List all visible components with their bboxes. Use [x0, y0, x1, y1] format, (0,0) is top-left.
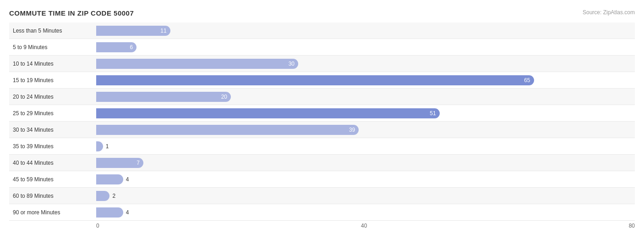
- bar-fill: [96, 141, 103, 151]
- bar-fill: 7: [96, 158, 143, 168]
- bar-fill: [96, 207, 123, 218]
- bar-track: 39: [96, 122, 635, 138]
- bar-value: 51: [430, 110, 436, 117]
- chart-container: COMMUTE TIME IN ZIP CODE 50007 Source: Z…: [0, 0, 644, 240]
- bar-value: 20: [221, 94, 227, 100]
- bar-track: 4: [96, 171, 635, 187]
- bar-track: 1: [96, 138, 635, 154]
- bar-value: 65: [524, 77, 530, 84]
- bar-label: 15 to 19 Minutes: [9, 77, 96, 84]
- bar-fill: [96, 191, 109, 201]
- bar-value: 7: [136, 160, 140, 166]
- bar-track: 11: [96, 22, 635, 39]
- bar-track: 2: [96, 188, 635, 204]
- bar-label: 35 to 39 Minutes: [9, 143, 96, 150]
- bar-label: 90 or more Minutes: [9, 209, 96, 216]
- bar-value: 30: [289, 61, 295, 67]
- bar-fill: 39: [96, 125, 359, 135]
- bar-value: 4: [126, 209, 129, 216]
- bar-row: 60 to 89 Minutes2: [9, 188, 635, 204]
- bar-label: Less than 5 Minutes: [9, 28, 96, 34]
- bar-track: 4: [96, 204, 635, 220]
- x-axis-label: 0: [96, 223, 99, 229]
- x-axis-label: 80: [629, 223, 635, 229]
- bar-label: 30 to 34 Minutes: [9, 127, 96, 133]
- bar-row: 90 or more Minutes4: [9, 204, 635, 221]
- bar-value: 4: [126, 176, 129, 183]
- bar-value: 2: [112, 193, 115, 199]
- x-axis-labels: 04080: [96, 223, 635, 229]
- bar-fill: [96, 174, 123, 184]
- bar-row: 40 to 44 Minutes7: [9, 155, 635, 171]
- bars-area: Less than 5 Minutes115 to 9 Minutes610 t…: [9, 22, 635, 217]
- bar-row: 35 to 39 Minutes1: [9, 138, 635, 155]
- bar-row: 20 to 24 Minutes20: [9, 89, 635, 105]
- bar-value: 39: [349, 127, 355, 133]
- bar-fill: 6: [96, 42, 136, 52]
- bar-label: 5 to 9 Minutes: [9, 44, 96, 50]
- bar-label: 20 to 24 Minutes: [9, 94, 96, 100]
- x-axis-label: 40: [361, 223, 367, 229]
- bar-row: 10 to 14 Minutes30: [9, 56, 635, 72]
- x-axis: 04080: [96, 223, 635, 229]
- chart-title: COMMUTE TIME IN ZIP CODE 50007: [9, 9, 635, 17]
- bar-row: 45 to 59 Minutes4: [9, 171, 635, 188]
- bar-fill: 20: [96, 92, 231, 102]
- bar-label: 10 to 14 Minutes: [9, 61, 96, 67]
- bar-value: 11: [160, 28, 166, 34]
- bar-label: 40 to 44 Minutes: [9, 160, 96, 166]
- bar-track: 65: [96, 72, 635, 88]
- bar-track: 30: [96, 56, 635, 72]
- bar-fill: 65: [96, 75, 534, 85]
- bar-row: 25 to 29 Minutes51: [9, 105, 635, 122]
- bar-label: 60 to 89 Minutes: [9, 193, 96, 199]
- bar-value: 1: [106, 143, 109, 150]
- bar-row: 30 to 34 Minutes39: [9, 122, 635, 138]
- bar-fill: 51: [96, 108, 440, 118]
- bar-track: 7: [96, 155, 635, 171]
- bar-track: 51: [96, 105, 635, 121]
- bar-track: 6: [96, 39, 635, 55]
- bar-fill: 30: [96, 59, 298, 69]
- bar-row: 5 to 9 Minutes6: [9, 39, 635, 56]
- bar-label: 45 to 59 Minutes: [9, 176, 96, 183]
- source-label: Source: ZipAtlas.com: [583, 9, 635, 16]
- bar-track: 20: [96, 89, 635, 105]
- bar-row: 15 to 19 Minutes65: [9, 72, 635, 89]
- bar-row: Less than 5 Minutes11: [9, 22, 635, 39]
- bar-fill: 11: [96, 26, 170, 36]
- bar-label: 25 to 29 Minutes: [9, 110, 96, 117]
- bar-value: 6: [130, 44, 133, 50]
